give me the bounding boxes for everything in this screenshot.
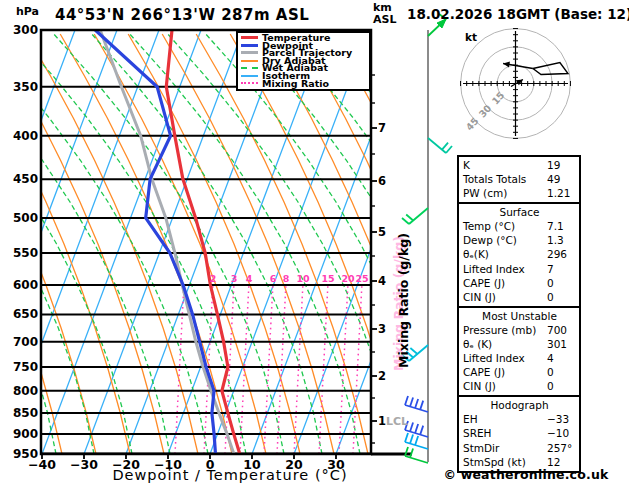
info-row-value: 1.3 [547, 233, 564, 247]
info-row: SREH−10 [463, 426, 576, 440]
info-row: Temp (°C)7.1 [463, 219, 576, 233]
legend-swatch-solid [241, 60, 258, 62]
legend-swatch-solid-thick [241, 44, 258, 47]
info-row: EH−33 [463, 412, 576, 426]
info-row-label: θₑ(K) [463, 248, 489, 260]
info-row-label: CIN (J) [463, 291, 496, 303]
legend-item: Mixing Ratio [241, 80, 369, 88]
km-tick-label: 6 [378, 174, 386, 188]
pressure-tick-label: 950 [6, 447, 38, 461]
pressure-tick-label: 750 [6, 360, 38, 374]
temp-axis-tick-label: −30 [64, 457, 104, 472]
wind-barb-icon [405, 396, 428, 412]
wind-barb-icon [405, 421, 428, 437]
datetime-label: 18.02.2026 18GMT (Base: 12) [407, 6, 629, 22]
info-row: CIN (J)0 [463, 290, 576, 304]
legend-swatch-solid-thick [241, 51, 258, 54]
temp-axis-tick-label: 0 [190, 457, 230, 472]
legend-swatch-dashed [241, 67, 258, 69]
info-row-value: −33 [547, 412, 569, 426]
info-row: K19 [463, 158, 576, 172]
pressure-tick-label: 800 [6, 384, 38, 398]
wet-adiabat-line [624, 34, 629, 454]
info-row-value: 49 [547, 172, 560, 186]
lcl-label: LCL [386, 415, 408, 428]
mixing-ratio-line [339, 283, 348, 454]
pressure-tick-label: 650 [6, 307, 38, 321]
hodograph-ring-label: 30 [477, 102, 494, 119]
dry-adiabat-line [604, 34, 629, 454]
info-section-title: Surface [463, 205, 576, 219]
info-row-label: SREH [463, 427, 492, 439]
info-row: CIN (J)0 [463, 379, 576, 393]
info-row-label: CAPE (J) [463, 277, 505, 289]
info-row-value: 4 [547, 351, 554, 365]
info-row-value: 301 [547, 337, 567, 351]
info-row-label: θₑ (K) [463, 338, 492, 350]
hodograph-ring-label: 45 [464, 115, 481, 132]
legend: TemperatureDewpointParcel TrajectoryDry … [236, 31, 371, 91]
info-row-value: 700 [547, 323, 567, 337]
info-row-value: 1.21 [547, 186, 570, 200]
info-row-label: Dewp (°C) [463, 234, 517, 246]
info-row-label: Pressure (mb) [463, 324, 536, 336]
info-row: PW (cm)1.21 [463, 186, 576, 200]
info-row-label: StmDir [463, 442, 499, 454]
info-row-label: CIN (J) [463, 380, 496, 392]
pressure-tick-label: 350 [6, 80, 38, 94]
info-section-title: Most Unstable [463, 309, 576, 323]
info-section: K19Totals Totals49PW (cm)1.21 [459, 157, 579, 202]
sounding-page: hPa 44°53'N 266°13'W 287m ASL km ASL 18.… [0, 0, 629, 486]
info-row-value: 257° [547, 441, 572, 455]
info-row: Totals Totals49 [463, 172, 576, 186]
km-tick-label: 4 [378, 274, 386, 288]
temp-axis-tick-label: 20 [274, 457, 314, 472]
pressure-unit-label: hPa [16, 5, 39, 18]
info-row-value: 0 [547, 290, 554, 304]
temp-axis-tick-label: 30 [316, 457, 356, 472]
info-row: Lifted Index4 [463, 351, 576, 365]
pressure-tick-label: 550 [6, 246, 38, 260]
pressure-tick-label: 900 [6, 427, 38, 441]
info-row-label: StmSpd (kt) [463, 456, 526, 468]
legend-swatch-solid [241, 75, 258, 77]
info-row: StmDir257° [463, 441, 576, 455]
km-axis-unit-line2: ASL [373, 14, 396, 26]
legend-label: Mixing Ratio [262, 80, 329, 88]
info-row-label: Totals Totals [463, 173, 526, 185]
info-section: HodographEH−33SREH−10StmDir257°StmSpd (k… [459, 395, 579, 470]
temp-axis-tick-label: −10 [148, 457, 188, 472]
info-row: θₑ (K)301 [463, 337, 576, 351]
info-section: Most UnstablePressure (mb)700θₑ (K)301Li… [459, 306, 579, 395]
pressure-tick-label: 450 [6, 172, 38, 186]
info-row-value: 19 [547, 158, 560, 172]
temp-axis-tick-label: 10 [232, 457, 272, 472]
pressure-tick-label: 400 [6, 129, 38, 143]
info-row-value: 0 [547, 276, 554, 290]
info-row-label: PW (cm) [463, 187, 507, 199]
info-row-value: 7.1 [547, 219, 564, 233]
legend-swatch-solid-thick [241, 36, 258, 39]
wet-adiabat-line [586, 34, 629, 454]
info-row-label: Lifted Index [463, 352, 525, 364]
km-tick-label: 2 [378, 369, 386, 383]
info-row: Lifted Index7 [463, 262, 576, 276]
legend-swatch-dotted [241, 82, 258, 84]
info-section-title: Hodograph [463, 398, 576, 412]
info-row-label: EH [463, 413, 478, 425]
km-tick-label: 3 [378, 322, 386, 336]
mixing-ratio-line [264, 283, 273, 454]
pressure-tick-label: 600 [6, 278, 38, 292]
mixing-ratio-value-label: 10 [291, 273, 315, 284]
info-row-value: 0 [547, 365, 554, 379]
info-row-label: Temp (°C) [463, 220, 515, 232]
info-row: CAPE (J)0 [463, 276, 576, 290]
hodograph-ring-label: 15 [489, 89, 506, 106]
info-row-value: 7 [547, 262, 554, 276]
info-row-label: CAPE (J) [463, 366, 505, 378]
mixing-ratio-line [294, 283, 303, 454]
pressure-tick-label: 300 [6, 23, 38, 37]
temp-axis-tick-label: −20 [106, 457, 146, 472]
wind-barb-icon [428, 138, 452, 153]
km-tick-label: 1LCL [378, 414, 408, 428]
